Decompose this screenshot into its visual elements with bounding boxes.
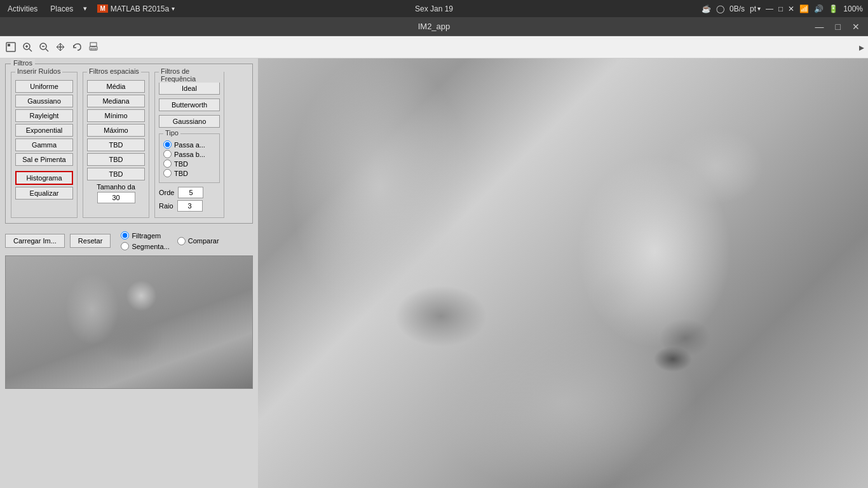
radio-comparar[interactable]: [177, 237, 186, 245]
btn-equalizar[interactable]: Equalizar: [15, 187, 73, 200]
tbd2-label: TBD: [174, 170, 188, 177]
minimize-sys[interactable]: —: [766, 4, 773, 13]
thumbnail-image: [5, 255, 253, 389]
system-date: Sex Jan 19: [415, 4, 453, 13]
system-bar: Activities Places ▾ M MATLAB R2015a ▾ Se…: [0, 0, 868, 17]
toolbar: ▸: [0, 36, 868, 58]
title-bar: IM2_app — □ ✕: [0, 17, 868, 36]
resetar-btn[interactable]: Resetar: [70, 234, 111, 248]
network-speed: 0B/s: [729, 4, 745, 13]
filtros-group: Filtros Inserir Ruídos Uniforme Gaussian…: [5, 64, 253, 224]
wifi-icon: 📶: [799, 4, 809, 13]
tamanho-label: Tamanho da: [87, 183, 145, 191]
svg-rect-11: [91, 48, 96, 50]
close-btn[interactable]: ✕: [849, 20, 863, 33]
places-menu[interactable]: Places: [48, 3, 76, 15]
svg-rect-12: [92, 46, 95, 47]
tbd1-label: TBD: [174, 160, 188, 168]
filtros-label: Filtros: [11, 59, 35, 67]
tipo-label: Tipo: [163, 129, 180, 137]
btn-butterworth[interactable]: Butterworth: [159, 98, 220, 111]
matlab-menu[interactable]: M MATLAB R2015a ▾: [95, 3, 177, 15]
radio-filtragem[interactable]: [121, 231, 129, 240]
tb-icon-pan[interactable]: [53, 40, 67, 54]
volume-icon: 🔊: [814, 4, 824, 13]
carregar-btn[interactable]: Carregar Im...: [5, 234, 65, 248]
inserir-subgroup: Inserir Ruídos Uniforme Gaussiano Raylei…: [11, 72, 78, 218]
segmentacao-label: Segmenta...: [132, 243, 169, 250]
btn-tbd3[interactable]: TBD: [87, 168, 145, 180]
btn-sal-pimenta[interactable]: Sal e Pimenta: [15, 153, 73, 166]
btn-exponential[interactable]: Exponential: [15, 124, 73, 137]
tb-icon-zoom-in[interactable]: [20, 40, 34, 54]
radio-tbd1[interactable]: [163, 159, 172, 168]
maximize-btn[interactable]: □: [832, 20, 844, 33]
btn-media[interactable]: Média: [87, 80, 145, 93]
btn-tbd1[interactable]: TBD: [87, 139, 145, 151]
battery-icon: 🔋: [829, 4, 838, 13]
minimize-btn[interactable]: —: [812, 20, 827, 33]
main-image-display: [258, 58, 868, 488]
left-panel: Filtros Inserir Ruídos Uniforme Gaussian…: [0, 58, 258, 488]
espaciais-subgroup: Filtros espaciais Média Mediana Mínimo M…: [83, 72, 149, 218]
passa-b-label: Passa b...: [174, 151, 205, 158]
svg-rect-1: [8, 44, 10, 46]
svg-line-3: [29, 49, 32, 51]
btn-minimo[interactable]: Mínimo: [87, 109, 145, 122]
freq-label: Filtros de Frequência: [159, 67, 224, 83]
toolbar-expand-btn[interactable]: ▸: [859, 41, 864, 53]
restore-sys[interactable]: □: [778, 4, 783, 13]
coffee-icon: ☕: [702, 4, 711, 13]
tb-icon-zoom-out[interactable]: [37, 40, 51, 54]
main-area: Filtros Inserir Ruídos Uniforme Gaussian…: [0, 58, 868, 488]
language-btn[interactable]: pt▾: [750, 4, 761, 13]
btn-mediana[interactable]: Mediana: [87, 95, 145, 107]
orde-input[interactable]: [178, 187, 203, 198]
raio-input[interactable]: [177, 200, 203, 212]
tamanho-input[interactable]: [97, 192, 135, 203]
freq-subgroup: Filtros de Frequência Ideal Butterworth …: [154, 72, 224, 218]
window-title: IM2_app: [418, 22, 451, 31]
right-panel: [258, 58, 868, 488]
mode-radio-group: Filtragem Segmenta...: [121, 231, 169, 250]
close-sys[interactable]: ✕: [788, 4, 794, 13]
tb-icon-undo[interactable]: [70, 40, 84, 54]
orde-label: Orde: [159, 189, 174, 196]
filtragem-label: Filtragem: [132, 232, 161, 240]
radio-segmentacao[interactable]: [121, 242, 129, 250]
radio-passa-b[interactable]: [163, 150, 172, 158]
btn-rayleight[interactable]: Rayleight: [15, 109, 73, 122]
btn-ideal[interactable]: Ideal: [159, 82, 220, 95]
clock-icon: ◯: [716, 4, 724, 13]
comparar-label: Comparar: [188, 237, 219, 245]
btn-gamma[interactable]: Gamma: [15, 139, 73, 151]
btn-uniforme[interactable]: Uniforme: [15, 80, 73, 93]
tipo-subgroup: Tipo Passa a... Passa b...: [159, 133, 220, 183]
svg-line-7: [46, 49, 48, 51]
btn-gaussiano[interactable]: Gaussiano: [15, 95, 73, 107]
inserir-label: Inserir Ruídos: [15, 67, 62, 75]
raio-label: Raio: [159, 202, 173, 210]
btn-gaussiano-freq[interactable]: Gaussiano: [159, 115, 220, 128]
radio-passa-a[interactable]: [163, 140, 172, 149]
passa-a-label: Passa a...: [174, 141, 205, 149]
radio-tbd2[interactable]: [163, 169, 172, 177]
activities-menu[interactable]: Activities: [5, 3, 40, 15]
tb-icon-home[interactable]: [4, 40, 18, 54]
espaciais-label: Filtros espaciais: [87, 67, 141, 75]
btn-tbd2[interactable]: TBD: [87, 153, 145, 166]
svg-rect-9: [90, 43, 97, 46]
tb-icon-print[interactable]: [86, 40, 100, 54]
btn-maximo[interactable]: Máximo: [87, 124, 145, 137]
btn-histograma[interactable]: Histograma: [15, 171, 73, 185]
battery-pct: 100%: [843, 4, 863, 13]
